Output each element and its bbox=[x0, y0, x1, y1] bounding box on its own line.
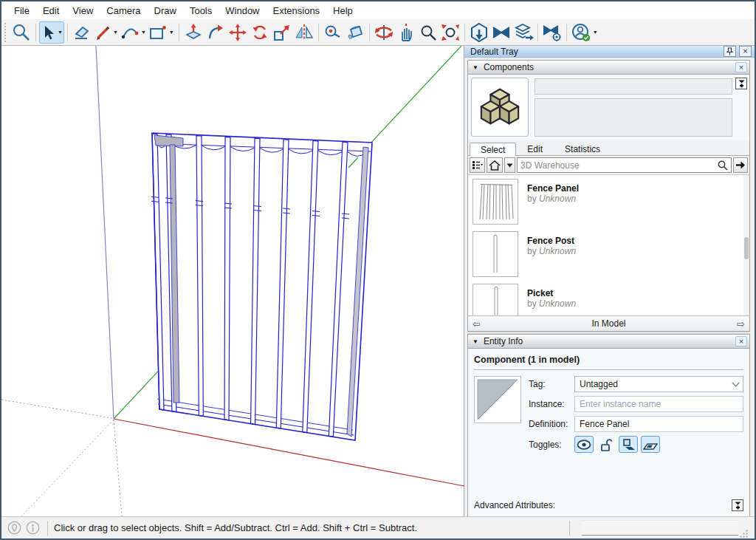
scrollbar-thumb[interactable] bbox=[744, 237, 749, 259]
list-scrollbar[interactable] bbox=[743, 175, 749, 315]
advanced-attributes-expand-button[interactable] bbox=[732, 499, 743, 511]
line-dropdown-arrow[interactable]: ▼ bbox=[113, 30, 118, 35]
rotate-tool-button[interactable] bbox=[249, 21, 271, 44]
menu-camera[interactable]: Camera bbox=[100, 3, 147, 18]
menu-edit[interactable]: Edit bbox=[36, 3, 66, 18]
eraser-tool-button[interactable] bbox=[71, 21, 93, 44]
tray-pin-button[interactable] bbox=[724, 46, 736, 57]
toolbar-grip[interactable] bbox=[4, 23, 9, 42]
tab-edit[interactable]: Edit bbox=[516, 142, 554, 155]
orbit-tool-button[interactable] bbox=[373, 21, 395, 44]
menu-file[interactable]: File bbox=[7, 3, 36, 18]
status-message: Click or drag to select objects. Shift =… bbox=[54, 522, 417, 533]
home-button[interactable] bbox=[487, 157, 503, 173]
menu-view[interactable]: View bbox=[66, 3, 100, 18]
measurements-box[interactable] bbox=[582, 520, 738, 536]
paint-bucket-tool-button[interactable] bbox=[344, 21, 366, 44]
tab-statistics[interactable]: Statistics bbox=[554, 142, 611, 155]
rectangle-tool-button[interactable]: ▼ bbox=[148, 21, 176, 44]
push-pull-tool-button[interactable] bbox=[182, 21, 205, 44]
3d-warehouse-button[interactable] bbox=[468, 21, 490, 44]
components-close-button[interactable]: × bbox=[735, 62, 747, 72]
warehouse-search-field[interactable] bbox=[517, 157, 732, 173]
forward-arrow-icon[interactable]: ⇨ bbox=[737, 319, 745, 329]
menu-help[interactable]: Help bbox=[326, 3, 360, 18]
zoom-tool-button[interactable] bbox=[417, 21, 439, 44]
credits-info-icon[interactable] bbox=[26, 521, 40, 535]
cast-shadows-icon bbox=[621, 438, 636, 451]
tray-title: Default Tray bbox=[470, 47, 721, 57]
extension-manager-button[interactable] bbox=[541, 21, 563, 44]
entity-info-close-button[interactable]: × bbox=[735, 336, 747, 346]
collapse-arrow-icon[interactable]: ▼ bbox=[472, 64, 478, 71]
list-item-picket[interactable]: Picket by Unknown bbox=[468, 280, 749, 315]
back-arrow-icon[interactable]: ⇦ bbox=[472, 319, 481, 329]
toggle-receive-shadows-button[interactable] bbox=[641, 436, 660, 453]
view-options-button[interactable] bbox=[470, 157, 485, 173]
move-tool-button[interactable] bbox=[227, 21, 249, 44]
warehouse-search-input[interactable] bbox=[518, 160, 717, 171]
share-model-icon bbox=[513, 23, 534, 42]
default-tray: Default Tray × ▼ Components × bbox=[464, 46, 755, 516]
line-tool-button[interactable]: ▼ bbox=[93, 21, 120, 44]
tag-value: Untagged bbox=[580, 379, 732, 389]
3d-viewport[interactable] bbox=[1, 46, 464, 516]
padlock-open-icon bbox=[600, 438, 613, 451]
arc-dropdown-arrow[interactable]: ▼ bbox=[141, 30, 146, 35]
share-model-button[interactable] bbox=[512, 21, 535, 44]
picket-thumbnail bbox=[472, 284, 518, 315]
collapse-arrow-icon[interactable]: ▼ bbox=[472, 338, 478, 345]
rectangle-dropdown-arrow[interactable]: ▼ bbox=[169, 30, 174, 35]
flip-tool-button[interactable] bbox=[293, 21, 315, 44]
fence-panel-model bbox=[1, 46, 464, 516]
eye-icon bbox=[577, 440, 591, 450]
advanced-search-button[interactable] bbox=[733, 157, 748, 173]
tape-measure-tool-button[interactable] bbox=[322, 21, 344, 44]
component-name-field[interactable] bbox=[535, 78, 732, 95]
toggle-cast-shadows-button[interactable] bbox=[619, 436, 638, 453]
toggle-visible-button[interactable] bbox=[574, 436, 594, 453]
component-description-field[interactable] bbox=[535, 98, 732, 137]
components-header[interactable]: ▼ Components × bbox=[468, 61, 749, 75]
scale-icon bbox=[272, 23, 292, 42]
entity-info-panel: ▼ Entity Info × Component (1 in model) T… bbox=[467, 334, 750, 518]
list-item-fence-post[interactable]: Fence Post by Unknown bbox=[468, 228, 749, 280]
geolocation-icon[interactable] bbox=[7, 521, 21, 535]
tag-combobox[interactable]: Untagged bbox=[574, 376, 743, 392]
account-dropdown-arrow[interactable]: ▼ bbox=[593, 30, 598, 35]
tray-close-button[interactable]: × bbox=[739, 46, 752, 57]
pin-icon bbox=[726, 47, 733, 55]
search-field-icon[interactable] bbox=[717, 160, 729, 171]
list-item-fence-panel[interactable]: Fence Panel by Unknown bbox=[468, 175, 749, 228]
follow-me-tool-button[interactable] bbox=[205, 21, 227, 44]
navigation-dropdown-button[interactable] bbox=[504, 157, 515, 173]
definition-input[interactable] bbox=[574, 416, 743, 432]
pan-tool-button[interactable] bbox=[395, 21, 417, 44]
menu-draw[interactable]: Draw bbox=[148, 3, 183, 18]
scale-tool-button[interactable] bbox=[271, 21, 293, 44]
arc-tool-button[interactable]: ▼ bbox=[120, 21, 148, 44]
select-tool-button[interactable]: ▼ bbox=[39, 21, 64, 44]
home-icon bbox=[489, 160, 501, 171]
instance-name-input[interactable] bbox=[574, 396, 743, 412]
account-button[interactable]: ▼ bbox=[570, 21, 599, 44]
menu-extensions[interactable]: Extensions bbox=[267, 3, 327, 18]
search-tool-button[interactable] bbox=[10, 21, 32, 44]
entity-info-title: Entity Info bbox=[484, 336, 735, 346]
menu-window[interactable]: Window bbox=[219, 3, 266, 18]
zoom-extents-tool-button[interactable] bbox=[439, 21, 461, 44]
select-dropdown-arrow[interactable]: ▼ bbox=[58, 30, 63, 35]
components-cubes-icon bbox=[474, 83, 526, 131]
pencil-icon bbox=[94, 24, 111, 41]
components-list: Fence Panel by Unknown Fence Post by Unk… bbox=[468, 174, 749, 315]
entity-info-header[interactable]: ▼ Entity Info × bbox=[468, 335, 749, 349]
pan-icon bbox=[396, 23, 416, 42]
tab-select[interactable]: Select bbox=[470, 143, 516, 156]
item-author: Unknown bbox=[539, 298, 576, 309]
definition-label: Definition: bbox=[529, 419, 574, 429]
secondary-pane-button[interactable] bbox=[735, 78, 747, 89]
resize-grip[interactable] bbox=[740, 528, 749, 539]
extension-warehouse-button[interactable] bbox=[490, 21, 512, 44]
menu-tools[interactable]: Tools bbox=[183, 3, 219, 18]
toggle-locked-button[interactable] bbox=[597, 436, 616, 453]
